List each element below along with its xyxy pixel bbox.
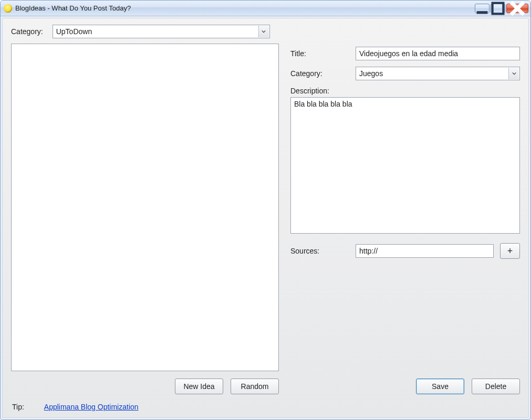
- save-button[interactable]: Save: [416, 379, 464, 394]
- right-column: Title: Videojuegos en la edad media Cate…: [290, 44, 520, 394]
- left-category-value: UpToDown: [56, 27, 92, 36]
- description-value: Bla bla bla bla bla: [294, 100, 352, 108]
- description-label: Description:: [290, 87, 520, 95]
- chevron-down-icon: [508, 68, 519, 79]
- new-idea-button[interactable]: New Idea: [175, 379, 223, 394]
- right-category-select[interactable]: Juegos: [356, 67, 520, 80]
- left-category-label: Category:: [11, 27, 43, 36]
- delete-button[interactable]: Delete: [472, 379, 520, 394]
- maximize-button[interactable]: [491, 4, 505, 13]
- main-columns: New Idea Random Title: Videojuegos en la…: [11, 44, 520, 394]
- title-value: Videojuegos en la edad media: [359, 49, 458, 58]
- tip-label: Tip:: [12, 403, 24, 411]
- right-category-label: Category:: [290, 69, 349, 78]
- right-buttons: Save Delete: [290, 379, 520, 394]
- minimize-button[interactable]: [475, 4, 490, 13]
- right-category-row: Category: Juegos: [290, 67, 520, 80]
- random-button[interactable]: Random: [231, 379, 279, 394]
- app-window: BlogIdeas - What Do You Post Today? Cate…: [0, 0, 531, 420]
- lightbulb-icon: [4, 4, 12, 13]
- ideas-listbox[interactable]: [11, 44, 279, 371]
- right-category-value: Juegos: [359, 69, 383, 78]
- close-button[interactable]: [506, 4, 528, 13]
- add-source-button[interactable]: +: [500, 243, 520, 259]
- description-textarea[interactable]: Bla bla bla bla bla: [290, 97, 520, 234]
- title-row: Title: Videojuegos en la edad media: [290, 47, 520, 60]
- left-category-row: Category: UpToDown: [11, 25, 520, 38]
- left-buttons: New Idea Random: [11, 379, 279, 394]
- tip-row: Tip: Applimana Blog Optimization: [11, 400, 520, 412]
- chevron-down-icon: [258, 26, 269, 37]
- description-group: Description: Bla bla bla bla bla: [290, 87, 520, 234]
- svg-rect-1: [493, 3, 504, 14]
- svg-rect-0: [477, 11, 488, 14]
- tip-link[interactable]: Applimana Blog Optimization: [44, 403, 139, 411]
- left-category-select[interactable]: UpToDown: [53, 25, 270, 38]
- window-controls: [475, 4, 528, 13]
- titlebar[interactable]: BlogIdeas - What Do You Post Today?: [1, 1, 530, 16]
- window-title: BlogIdeas - What Do You Post Today?: [15, 4, 472, 12]
- client-area: Category: UpToDown New Idea Random Title…: [2, 18, 529, 418]
- right-spacer: [290, 265, 520, 368]
- sources-value: http://: [359, 247, 378, 255]
- sources-row: Sources: http:// +: [290, 243, 520, 259]
- sources-label: Sources:: [290, 247, 349, 255]
- title-label: Title:: [290, 49, 349, 58]
- title-input[interactable]: Videojuegos en la edad media: [356, 47, 520, 60]
- sources-input[interactable]: http://: [356, 244, 494, 258]
- left-column: New Idea Random: [11, 44, 279, 394]
